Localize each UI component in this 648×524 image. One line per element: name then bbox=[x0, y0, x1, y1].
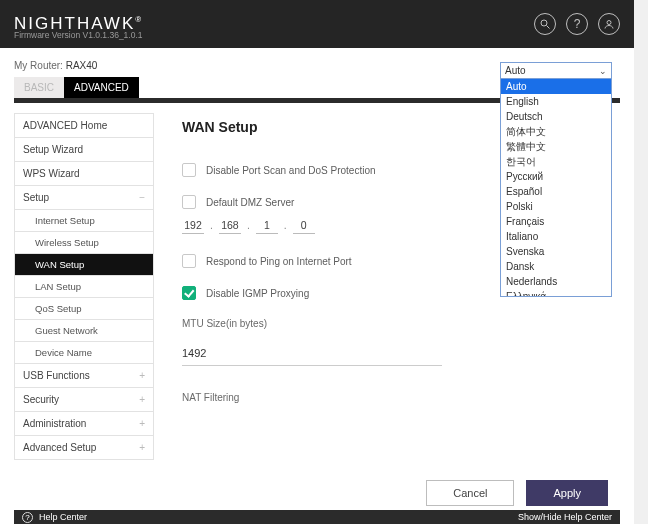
sidebar-item-setup[interactable]: Setup− bbox=[14, 186, 154, 210]
dmz-octet-1[interactable]: 192 bbox=[182, 219, 204, 234]
language-option[interactable]: 繁體中文 bbox=[501, 139, 611, 154]
label-default-dmz: Default DMZ Server bbox=[206, 197, 294, 208]
nat-filtering-label: NAT Filtering bbox=[182, 392, 614, 403]
help-center-bar[interactable]: ?Help Center Show/Hide Help Center bbox=[14, 510, 620, 524]
help-icon[interactable]: ? bbox=[566, 13, 588, 35]
checkbox-disable-igmp[interactable] bbox=[182, 286, 196, 300]
language-option[interactable]: Ελληνικά bbox=[501, 289, 611, 297]
dmz-octet-2[interactable]: 168 bbox=[219, 219, 241, 234]
help-center-label: Help Center bbox=[39, 512, 87, 522]
dmz-octet-3[interactable]: 1 bbox=[256, 219, 278, 234]
router-label: My Router: bbox=[14, 60, 63, 71]
header-icon-group: ? bbox=[534, 13, 620, 35]
cancel-button[interactable]: Cancel bbox=[426, 480, 514, 506]
footer-actions: Cancel Apply bbox=[426, 480, 608, 506]
tab-basic[interactable]: BASIC bbox=[14, 77, 64, 98]
sidebar-sub-internet-setup[interactable]: Internet Setup bbox=[14, 210, 154, 232]
sidebar-item-security[interactable]: Security+ bbox=[14, 388, 154, 412]
sidebar-sub-wan-setup[interactable]: WAN Setup bbox=[14, 254, 154, 276]
search-icon[interactable] bbox=[534, 13, 556, 35]
sidebar-item-usb-functions[interactable]: USB Functions+ bbox=[14, 364, 154, 388]
label-disable-portscan: Disable Port Scan and DoS Protection bbox=[206, 165, 376, 176]
label-disable-igmp: Disable IGMP Proxying bbox=[206, 288, 309, 299]
language-option[interactable]: Русский bbox=[501, 169, 611, 184]
sidebar: ADVANCED Home Setup Wizard WPS Wizard Se… bbox=[14, 113, 154, 483]
language-option[interactable]: 한국어 bbox=[501, 154, 611, 169]
language-option[interactable]: Auto bbox=[501, 79, 611, 94]
mtu-input[interactable]: 1492 bbox=[182, 347, 442, 366]
app-root: NIGHTHAWK® ? Firmware Version V1.0.1.36_… bbox=[0, 0, 648, 524]
account-icon[interactable] bbox=[598, 13, 620, 35]
svg-line-1 bbox=[547, 26, 550, 29]
sidebar-item-administration[interactable]: Administration+ bbox=[14, 412, 154, 436]
language-option-list[interactable]: AutoEnglishDeutsch简体中文繁體中文한국어РусскийEspa… bbox=[500, 79, 612, 297]
sidebar-sub-wireless-setup[interactable]: Wireless Setup bbox=[14, 232, 154, 254]
help-center-toggle[interactable]: Show/Hide Help Center bbox=[518, 512, 612, 522]
language-option[interactable]: Polski bbox=[501, 199, 611, 214]
svg-point-2 bbox=[607, 21, 611, 25]
sidebar-sub-guest-network[interactable]: Guest Network bbox=[14, 320, 154, 342]
firmware-version: Firmware Version V1.0.1.36_1.0.1 bbox=[14, 30, 143, 40]
tab-advanced[interactable]: ADVANCED bbox=[64, 77, 139, 98]
help-center-icon: ? bbox=[22, 512, 33, 523]
sidebar-sub-lan-setup[interactable]: LAN Setup bbox=[14, 276, 154, 298]
language-option[interactable]: Nederlands bbox=[501, 274, 611, 289]
language-option[interactable]: Dansk bbox=[501, 259, 611, 274]
language-option[interactable]: 简体中文 bbox=[501, 124, 611, 139]
language-option[interactable]: Español bbox=[501, 184, 611, 199]
chevron-down-icon: ⌄ bbox=[599, 66, 607, 76]
sidebar-item-setup-wizard[interactable]: Setup Wizard bbox=[14, 138, 154, 162]
language-option[interactable]: Deutsch bbox=[501, 109, 611, 124]
sidebar-sub-device-name[interactable]: Device Name bbox=[14, 342, 154, 364]
mtu-label: MTU Size(in bytes) bbox=[182, 318, 614, 329]
sidebar-item-wps-wizard[interactable]: WPS Wizard bbox=[14, 162, 154, 186]
router-model: RAX40 bbox=[66, 60, 98, 71]
language-dropdown[interactable]: Auto ⌄ AutoEnglishDeutsch简体中文繁體中文한국어Русс… bbox=[500, 62, 612, 297]
language-select-box[interactable]: Auto ⌄ bbox=[500, 62, 612, 79]
checkbox-respond-ping[interactable] bbox=[182, 254, 196, 268]
language-option[interactable]: English bbox=[501, 94, 611, 109]
checkbox-disable-portscan[interactable] bbox=[182, 163, 196, 177]
apply-button[interactable]: Apply bbox=[526, 480, 608, 506]
sidebar-item-advanced-setup[interactable]: Advanced Setup+ bbox=[14, 436, 154, 460]
language-current: Auto bbox=[505, 65, 526, 76]
sidebar-item-advanced-home[interactable]: ADVANCED Home bbox=[14, 113, 154, 138]
dmz-octet-4[interactable]: 0 bbox=[293, 219, 315, 234]
sidebar-sub-qos-setup[interactable]: QoS Setup bbox=[14, 298, 154, 320]
language-option[interactable]: Svenska bbox=[501, 244, 611, 259]
language-option[interactable]: Italiano bbox=[501, 229, 611, 244]
svg-point-0 bbox=[541, 20, 547, 26]
label-respond-ping: Respond to Ping on Internet Port bbox=[206, 256, 352, 267]
checkbox-default-dmz[interactable] bbox=[182, 195, 196, 209]
language-option[interactable]: Français bbox=[501, 214, 611, 229]
app-header: NIGHTHAWK® ? bbox=[0, 0, 634, 48]
